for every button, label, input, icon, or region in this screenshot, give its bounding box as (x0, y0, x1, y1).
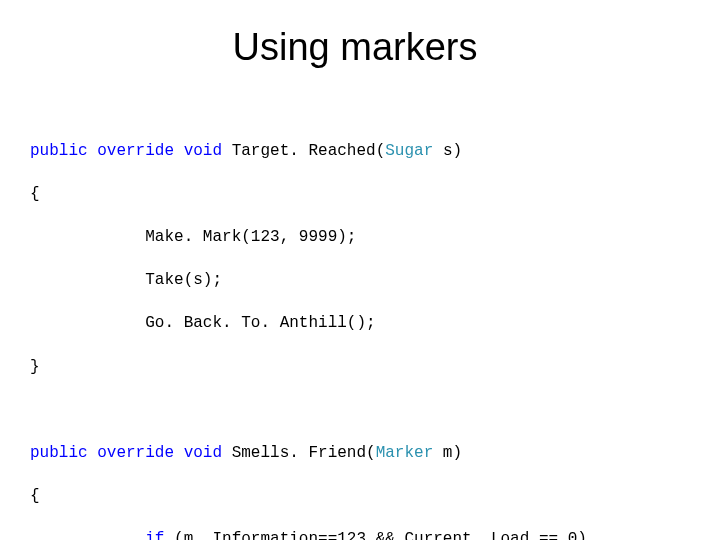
method-2-signature: public override void Smells. Friend(Mark… (30, 443, 680, 465)
keywords: public override void (30, 142, 222, 160)
brace-open: { (30, 486, 680, 508)
code-line: Make. Mark(123, 9999); (30, 227, 680, 249)
slide: Using markers public override void Targe… (0, 0, 720, 540)
slide-title: Using markers (30, 26, 680, 69)
keywords: public override void (30, 444, 222, 462)
code-line: if (m. Information==123 && Current. Load… (30, 529, 680, 540)
brace-open: { (30, 184, 680, 206)
method-1-signature: public override void Target. Reached(Sug… (30, 141, 680, 163)
param-tail: m) (433, 444, 462, 462)
method-name: Smells. Friend( (222, 444, 376, 462)
param-tail: s) (433, 142, 462, 160)
brace-close: } (30, 357, 680, 379)
method-name: Target. Reached( (222, 142, 385, 160)
code-line: Go. Back. To. Anthill(); (30, 313, 680, 335)
code-block: public override void Target. Reached(Sug… (30, 119, 680, 540)
param-type: Marker (376, 444, 434, 462)
condition: (m. Information==123 && Current. Load ==… (164, 530, 586, 540)
param-type: Sugar (385, 142, 433, 160)
blank-line: ​ (30, 400, 680, 422)
indent (30, 530, 145, 540)
keyword-if: if (145, 530, 164, 540)
code-line: Take(s); (30, 270, 680, 292)
